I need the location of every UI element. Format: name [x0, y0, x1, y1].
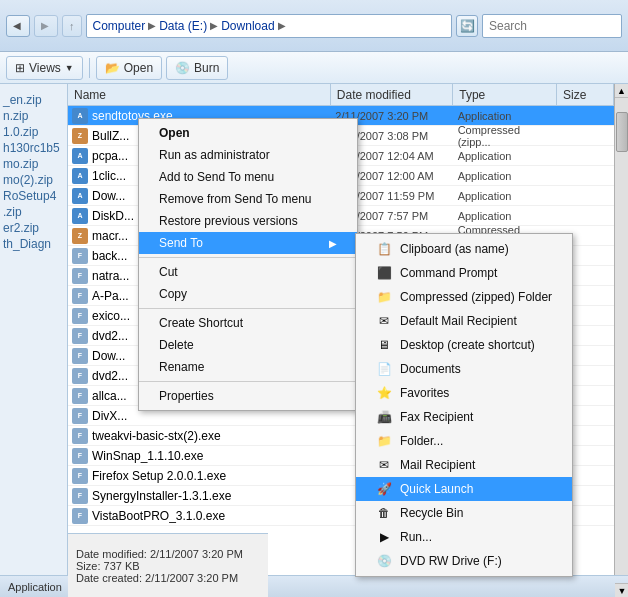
file-icon-inner: F	[72, 448, 88, 464]
file-icon-inner: A	[72, 188, 88, 204]
submenu-item[interactable]: 📁Folder...	[356, 429, 572, 453]
views-button[interactable]: ⊞ Views ▼	[6, 56, 83, 80]
submenu-item-icon: 📁	[376, 289, 392, 305]
file-icon-inner: F	[72, 288, 88, 304]
breadcrumb[interactable]: Computer ▶ Data (E:) ▶ Download ▶	[86, 14, 453, 38]
file-icon: F	[71, 247, 89, 265]
col-header-date[interactable]: Date modified	[331, 84, 453, 105]
submenu-item-label: Command Prompt	[400, 266, 497, 280]
col-header-name[interactable]: Name	[68, 84, 331, 105]
file-icon: F	[71, 267, 89, 285]
file-icon: F	[71, 487, 89, 505]
menu-item[interactable]: Rename	[139, 356, 357, 378]
refresh-icon[interactable]: 🔄	[456, 15, 478, 37]
scroll-thumb[interactable]	[616, 112, 628, 152]
file-name: WinSnap_1.1.10.exe	[92, 449, 331, 463]
file-icon-inner: A	[72, 208, 88, 224]
submenu-item[interactable]: 🗑Recycle Bin	[356, 501, 572, 525]
submenu-item[interactable]: 💿DVD RW Drive (F:)	[356, 549, 572, 573]
file-icon-inner: F	[72, 328, 88, 344]
file-icon-inner: F	[72, 348, 88, 364]
submenu-item[interactable]: 📋Clipboard (as name)	[356, 237, 572, 261]
breadcrumb-computer[interactable]: Computer	[93, 19, 146, 33]
submenu-item[interactable]: ⬛Command Prompt	[356, 261, 572, 285]
menu-item[interactable]: Properties	[139, 385, 357, 407]
menu-item[interactable]: Copy	[139, 283, 357, 305]
back-button[interactable]: ◀	[6, 15, 30, 37]
sidebar-item[interactable]: th_Diagn	[0, 236, 67, 252]
status-date-created: Date created: 2/11/2007 3:20 PM	[76, 572, 260, 584]
submenu-item-icon: 📁	[376, 433, 392, 449]
up-arrow-icon: ↑	[69, 20, 75, 32]
file-name: SynergyInstaller-1.3.1.exe	[92, 489, 331, 503]
sidebar-item[interactable]: h130rc1b5	[0, 140, 67, 156]
status-size: Size: 737 KB	[76, 560, 260, 572]
scroll-down-button[interactable]: ▼	[615, 583, 628, 597]
status-file-info: Application	[8, 581, 62, 593]
file-icon: A	[71, 187, 89, 205]
col-header-type[interactable]: Type	[453, 84, 557, 105]
burn-button[interactable]: 💿 Burn	[166, 56, 228, 80]
menu-item[interactable]: Send To▶	[139, 232, 357, 254]
submenu-item-icon: ⬛	[376, 265, 392, 281]
sidebar-item[interactable]: 1.0.zip	[0, 124, 67, 140]
submenu-item[interactable]: 📠Fax Recipient	[356, 405, 572, 429]
submenu-item[interactable]: 🖥Desktop (create shortcut)	[356, 333, 572, 357]
submenu-item-label: Compressed (zipped) Folder	[400, 290, 552, 304]
toolbar: ⊞ Views ▼ 📂 Open 💿 Burn	[0, 52, 628, 84]
sidebar-item[interactable]: er2.zip	[0, 220, 67, 236]
status-tooltip: Date modified: 2/11/2007 3:20 PM Size: 7…	[68, 533, 268, 597]
views-arrow-icon: ▼	[65, 63, 74, 73]
submenu-item[interactable]: 📁Compressed (zipped) Folder	[356, 285, 572, 309]
menu-item[interactable]: Create Shortcut	[139, 312, 357, 334]
submenu-item[interactable]: ⭐Favorites	[356, 381, 572, 405]
submenu-item-label: Fax Recipient	[400, 410, 473, 424]
burn-icon: 💿	[175, 61, 190, 75]
menu-item-label: Restore previous versions	[159, 214, 298, 228]
menu-item[interactable]: Add to Send To menu	[139, 166, 357, 188]
file-icon: F	[71, 367, 89, 385]
menu-item-label: Create Shortcut	[159, 316, 243, 330]
open-button[interactable]: 📂 Open	[96, 56, 162, 80]
menu-item[interactable]: Delete	[139, 334, 357, 356]
scrollbar[interactable]: ▲ ▼	[614, 84, 628, 575]
scroll-up-button[interactable]: ▲	[615, 84, 628, 98]
file-icon-inner: F	[72, 388, 88, 404]
submenu-item[interactable]: ▶Run...	[356, 525, 572, 549]
sidebar-item[interactable]: n.zip	[0, 108, 67, 124]
submenu-item-icon: ⭐	[376, 385, 392, 401]
menu-item[interactable]: Open	[139, 122, 357, 144]
menu-item[interactable]: Cut	[139, 261, 357, 283]
menu-item-label: Run as administrator	[159, 148, 270, 162]
file-icon: F	[71, 347, 89, 365]
submenu-item[interactable]: ✉Default Mail Recipient	[356, 309, 572, 333]
breadcrumb-folder[interactable]: Download	[221, 19, 274, 33]
menu-item[interactable]: Run as administrator	[139, 144, 357, 166]
menu-item[interactable]: Restore previous versions	[139, 210, 357, 232]
menu-item-label: Open	[159, 126, 190, 140]
search-input[interactable]	[482, 14, 622, 38]
sidebar-item[interactable]: _en.zip	[0, 92, 67, 108]
sidebar-list: _en.zipn.zip1.0.ziph130rc1b5mo.zipmo(2).…	[0, 92, 67, 252]
menu-item[interactable]: Remove from Send To menu	[139, 188, 357, 210]
sidebar-item[interactable]: mo(2).zip	[0, 172, 67, 188]
submenu-item-icon: 📋	[376, 241, 392, 257]
sidebar-item[interactable]: RoSetup4	[0, 188, 67, 204]
menu-separator	[139, 381, 357, 382]
file-icon-inner: F	[72, 268, 88, 284]
sidebar-item[interactable]: mo.zip	[0, 156, 67, 172]
col-header-size[interactable]: Size	[557, 84, 614, 105]
submenu-item[interactable]: ✉Mail Recipient	[356, 453, 572, 477]
submenu-item-label: DVD RW Drive (F:)	[400, 554, 502, 568]
up-button[interactable]: ↑	[62, 15, 82, 37]
submenu-item-label: Folder...	[400, 434, 443, 448]
breadcrumb-drive[interactable]: Data (E:)	[159, 19, 207, 33]
submenu-item[interactable]: 📄Documents	[356, 357, 572, 381]
forward-button[interactable]: ▶	[34, 15, 58, 37]
sidebar-item[interactable]: .zip	[0, 204, 67, 220]
open-icon: 📂	[105, 61, 120, 75]
submenu-item-icon: 💿	[376, 553, 392, 569]
submenu-item-label: Run...	[400, 530, 432, 544]
submenu-item[interactable]: 🚀Quick Launch	[356, 477, 572, 501]
file-icon-inner: Z	[72, 228, 88, 244]
